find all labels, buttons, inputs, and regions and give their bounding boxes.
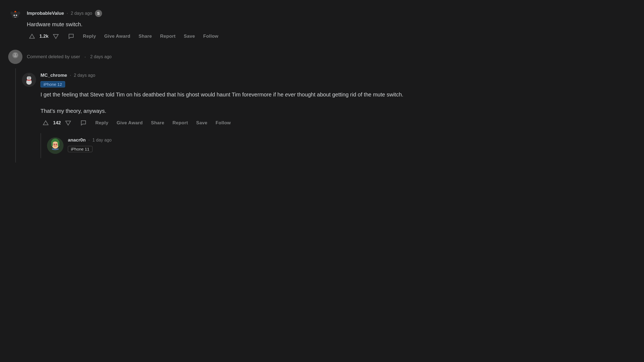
avatar-mc-chrome (22, 73, 36, 87)
avatar-anacron (47, 137, 63, 154)
comment-icon-button-improbable[interactable] (66, 32, 76, 41)
comment-time-improbable: 2 days ago (71, 11, 92, 16)
downvote-button-improbable[interactable] (51, 32, 61, 41)
svg-point-13 (16, 54, 17, 55)
svg-point-20 (30, 77, 30, 78)
comment-author-mc-chrome: MC_chrome (40, 73, 67, 78)
report-button-mc-chrome[interactable]: Report (171, 119, 190, 127)
comment-meta-anacron: anacr0n · 1 day ago (68, 137, 636, 143)
reply-button-improbable[interactable]: Reply (81, 33, 98, 40)
upvote-button-mc-chrome[interactable] (40, 118, 51, 128)
comment-body-mc-chrome: MC_chrome · 2 days ago iPhone 12 I get t… (40, 73, 636, 158)
svg-point-19 (28, 77, 29, 78)
comment-author-improbable: ImprobableValue (27, 11, 64, 16)
save-button-improbable[interactable]: Save (182, 33, 197, 40)
comment-meta-mc-chrome: MC_chrome · 2 days ago (40, 73, 636, 78)
deleted-comment-time: 2 days ago (90, 54, 112, 59)
give-award-button-mc-chrome[interactable]: Give Award (115, 119, 144, 127)
comment-text-mc-chrome: I get the feeling that Steve told Tim on… (40, 90, 636, 115)
follow-button-mc-chrome[interactable]: Follow (214, 119, 233, 127)
emphasis-ever: ever (285, 92, 296, 98)
svg-rect-18 (28, 74, 30, 76)
report-button-improbable[interactable]: Report (158, 33, 177, 40)
share-button-improbable[interactable]: Share (137, 33, 154, 40)
snoo-badge: S (95, 10, 102, 17)
avatar-icon-mc-chrome (22, 73, 36, 87)
avatar-icon-deleted (8, 50, 22, 64)
upvote-button-improbable[interactable] (27, 32, 37, 41)
downvote-button-mc-chrome[interactable] (63, 118, 73, 128)
comment-thread: ImprobableValue · 2 days ago S Hardware … (8, 5, 636, 163)
comment-deleted: Comment deleted by user · 2 days ago (8, 45, 636, 68)
svg-point-27 (56, 144, 57, 146)
dot-separator-anacron: · (88, 138, 89, 143)
svg-point-2 (11, 17, 20, 23)
svg-rect-25 (58, 141, 59, 146)
thread-indent-mc-chrome: MC_chrome · 2 days ago iPhone 12 I get t… (15, 68, 636, 163)
svg-point-26 (54, 144, 55, 146)
dot-separator-mc: · (70, 73, 71, 78)
comment-anacron: anacr0n · 1 day ago iPhone 11 (47, 133, 636, 158)
downvote-icon-mc (65, 119, 72, 126)
vote-section-mc-chrome: 142 (40, 118, 73, 128)
svg-point-4 (18, 11, 20, 15)
reply-button-mc-chrome[interactable]: Reply (94, 119, 110, 127)
comment-text-improbable: Hardware mute switch. (27, 20, 636, 28)
avatar-icon-improbable (8, 10, 22, 24)
svg-point-5 (14, 15, 15, 16)
thread-line-mc-chrome (15, 68, 16, 163)
give-award-button-improbable[interactable]: Give Award (103, 33, 132, 40)
flair-iphone11: iPhone 11 (68, 146, 636, 152)
upvote-icon-mc (42, 119, 49, 126)
comment-icon-mc (80, 119, 87, 126)
comment-actions-mc-chrome: 142 (40, 118, 636, 128)
follow-button-improbable[interactable]: Follow (202, 33, 220, 40)
upvote-icon (28, 33, 36, 40)
dot-separator: · (67, 11, 68, 16)
avatar-deleted (8, 50, 22, 64)
comment-mc-chrome: MC_chrome · 2 days ago iPhone 12 I get t… (22, 68, 636, 163)
avatar-icon-anacron (47, 137, 63, 154)
save-button-mc-chrome[interactable]: Save (195, 119, 209, 127)
thread-line-anacron (40, 133, 41, 158)
svg-rect-24 (51, 141, 53, 146)
comment-icon-button-mc-chrome[interactable] (78, 118, 89, 128)
thread-content-mc-chrome: MC_chrome · 2 days ago iPhone 12 I get t… (22, 68, 636, 163)
svg-point-3 (10, 11, 13, 15)
thread-indent-anacron: anacr0n · 1 day ago iPhone 11 (40, 133, 636, 158)
vote-section-improbable: 1.2k (27, 32, 61, 41)
flair-iphone12: iPhone 12 (40, 81, 636, 87)
comment-author-anacron: anacr0n (68, 137, 86, 143)
thread-content-anacron: anacr0n · 1 day ago iPhone 11 (47, 133, 636, 158)
comment-time-anacron: 1 day ago (92, 138, 112, 143)
share-button-mc-chrome[interactable]: Share (149, 119, 166, 127)
vote-count-improbable: 1.2k (39, 34, 48, 39)
svg-point-12 (14, 54, 15, 55)
deleted-comment-text: Comment deleted by user (27, 54, 80, 60)
svg-point-6 (16, 15, 17, 16)
comment-time-mc-chrome: 2 days ago (74, 73, 95, 78)
comment-icon (68, 33, 75, 40)
svg-point-23 (52, 142, 59, 149)
dot-separator-deleted: · (85, 54, 86, 60)
comment-improbable: ImprobableValue · 2 days ago S Hardware … (8, 5, 636, 45)
comment-meta-improbable: ImprobableValue · 2 days ago S (27, 10, 636, 17)
avatar-improbable (8, 10, 22, 24)
vote-count-mc-chrome: 142 (53, 120, 61, 126)
comment-body-anacron: anacr0n · 1 day ago iPhone 11 (68, 137, 636, 154)
downvote-icon (52, 33, 59, 40)
comment-body-improbable: ImprobableValue · 2 days ago S Hardware … (27, 10, 636, 41)
comment-actions-improbable: 1.2k Re (27, 32, 636, 41)
